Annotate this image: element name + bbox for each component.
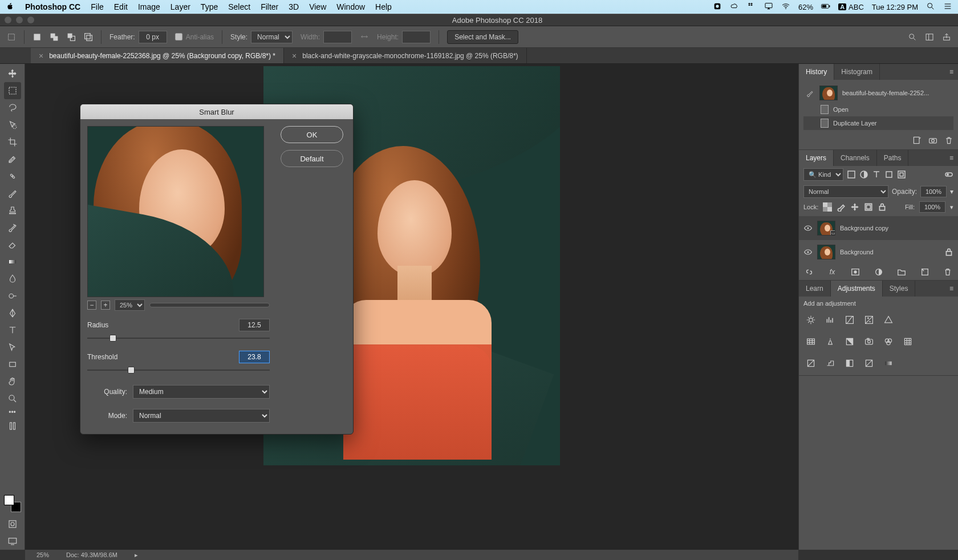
filter-toggle-icon[interactable] <box>944 170 953 179</box>
tab-learn[interactable]: Learn <box>799 281 831 297</box>
status-chevron-icon[interactable]: ▸ <box>135 551 138 559</box>
new-snapshot-icon[interactable] <box>928 136 937 145</box>
eraser-tool-icon[interactable] <box>4 236 21 253</box>
menu-help[interactable]: Help <box>375 2 392 11</box>
gradient-map-icon[interactable] <box>882 357 895 370</box>
move-tool-icon[interactable] <box>4 65 21 82</box>
bw-icon[interactable] <box>843 335 856 348</box>
app-name[interactable]: Photoshop CC <box>25 2 80 11</box>
trash-icon[interactable] <box>944 136 953 145</box>
tab-paths[interactable]: Paths <box>877 150 909 166</box>
dodge-tool-icon[interactable] <box>4 287 21 305</box>
blend-mode-select[interactable]: Normal <box>803 185 888 198</box>
dialog-preview[interactable] <box>87 126 264 297</box>
quick-select-tool-icon[interactable] <box>4 116 21 133</box>
mask-icon[interactable] <box>851 267 860 277</box>
menu-filter[interactable]: Filter <box>261 2 278 11</box>
preview-scrollbar[interactable] <box>149 303 270 307</box>
menu-file[interactable]: File <box>91 2 104 11</box>
history-brush-source-icon[interactable] <box>806 88 815 98</box>
fill-input[interactable] <box>919 201 945 213</box>
zoom-tool-icon[interactable] <box>4 390 21 407</box>
lock-all-icon[interactable] <box>878 202 887 212</box>
spotlight-icon[interactable] <box>926 2 935 13</box>
gradient-tool-icon[interactable] <box>4 253 21 270</box>
status-zoom[interactable]: 25% <box>36 551 49 558</box>
threshold-icon[interactable] <box>843 357 856 370</box>
close-icon[interactable]: × <box>39 51 43 60</box>
menu-layer[interactable]: Layer <box>171 2 190 11</box>
tab-channels[interactable]: Channels <box>834 150 877 166</box>
airplay-icon[interactable] <box>764 2 773 13</box>
invert-icon[interactable] <box>805 357 817 370</box>
menubar-app-icon[interactable] <box>713 2 722 13</box>
pen-tool-icon[interactable] <box>4 305 21 322</box>
feather-input[interactable] <box>139 31 167 43</box>
menu-image[interactable]: Image <box>138 2 160 11</box>
panel-menu-icon[interactable]: ≡ <box>945 64 958 80</box>
doc-tab-2[interactable]: ×black-and-white-grayscale-monochrome-11… <box>284 48 527 63</box>
select-and-mask-button[interactable]: Select and Mask... <box>447 30 518 44</box>
selective-color-icon[interactable] <box>863 357 875 370</box>
zoom-out-button[interactable]: − <box>87 301 96 310</box>
levels-icon[interactable] <box>824 314 837 326</box>
history-snapshot[interactable]: beautiful-beauty-female-2252... <box>803 83 953 103</box>
workspace-switcher-icon[interactable] <box>925 33 934 42</box>
menu-type[interactable]: Type <box>201 2 218 11</box>
quality-select[interactable]: Medium <box>133 385 270 399</box>
panel-menu-icon[interactable]: ≡ <box>945 150 958 166</box>
tool-preset-icon[interactable] <box>7 33 16 42</box>
new-selection-icon[interactable] <box>33 33 42 42</box>
status-doc-size[interactable]: Doc: 49.3M/98.6M <box>66 551 117 558</box>
notification-center-icon[interactable] <box>943 2 952 13</box>
add-selection-icon[interactable] <box>50 33 59 42</box>
brush-tool-icon[interactable] <box>4 185 21 202</box>
layer-row-bg[interactable]: Background <box>799 240 958 264</box>
exposure-icon[interactable] <box>863 314 875 326</box>
eyedropper-tool-icon[interactable] <box>4 151 21 168</box>
lock-position-icon[interactable] <box>850 202 859 212</box>
layer-filter-kind[interactable]: 🔍 Kind <box>803 168 843 181</box>
curves-icon[interactable] <box>843 314 856 326</box>
search-icon[interactable] <box>908 33 917 42</box>
style-select[interactable]: Normal <box>251 31 293 43</box>
visibility-icon[interactable] <box>803 224 813 233</box>
rectangle-tool-icon[interactable] <box>4 356 21 373</box>
edit-toolbar-icon[interactable] <box>4 417 21 435</box>
layer-thumbnail[interactable] <box>817 245 835 259</box>
lock-artboard-icon[interactable] <box>864 202 873 212</box>
visibility-icon[interactable] <box>803 247 813 257</box>
menu-view[interactable]: View <box>309 2 326 11</box>
lasso-tool-icon[interactable] <box>4 99 21 116</box>
tab-adjustments[interactable]: Adjustments <box>831 281 883 297</box>
tab-histogram[interactable]: Histogram <box>834 64 880 80</box>
menu-3d[interactable]: 3D <box>289 2 299 11</box>
chevron-down-icon[interactable]: ▾ <box>950 204 953 211</box>
layer-thumbnail[interactable]: ▭ <box>817 221 835 236</box>
menu-edit[interactable]: Edit <box>114 2 128 11</box>
quick-mask-icon[interactable] <box>4 516 21 533</box>
wifi-icon[interactable] <box>781 2 790 13</box>
layer-name[interactable]: Background copy <box>840 225 888 232</box>
lock-pixels-icon[interactable] <box>837 202 846 212</box>
window-traffic-lights[interactable] <box>5 17 34 23</box>
mode-select[interactable]: Normal <box>133 409 270 423</box>
screen-mode-icon[interactable] <box>4 533 21 550</box>
hue-sat-icon[interactable] <box>805 335 817 348</box>
filter-shape-icon[interactable] <box>884 170 894 179</box>
color-balance-icon[interactable] <box>824 335 837 348</box>
input-source-icon[interactable]: AABC <box>838 3 864 11</box>
adjustment-layer-icon[interactable] <box>874 267 883 277</box>
filter-pixel-icon[interactable] <box>847 170 856 179</box>
channel-mixer-icon[interactable] <box>882 335 895 348</box>
fx-icon[interactable]: fx <box>828 267 837 277</box>
tab-styles[interactable]: Styles <box>883 281 916 297</box>
new-doc-from-state-icon[interactable] <box>912 136 922 145</box>
history-brush-tool-icon[interactable] <box>4 219 21 236</box>
marquee-tool-icon[interactable] <box>4 82 21 99</box>
menu-select[interactable]: Select <box>228 2 250 11</box>
threshold-input[interactable] <box>239 351 270 363</box>
stamp-tool-icon[interactable] <box>4 202 21 219</box>
creative-cloud-icon[interactable] <box>730 2 739 13</box>
tab-history[interactable]: History <box>799 64 834 80</box>
